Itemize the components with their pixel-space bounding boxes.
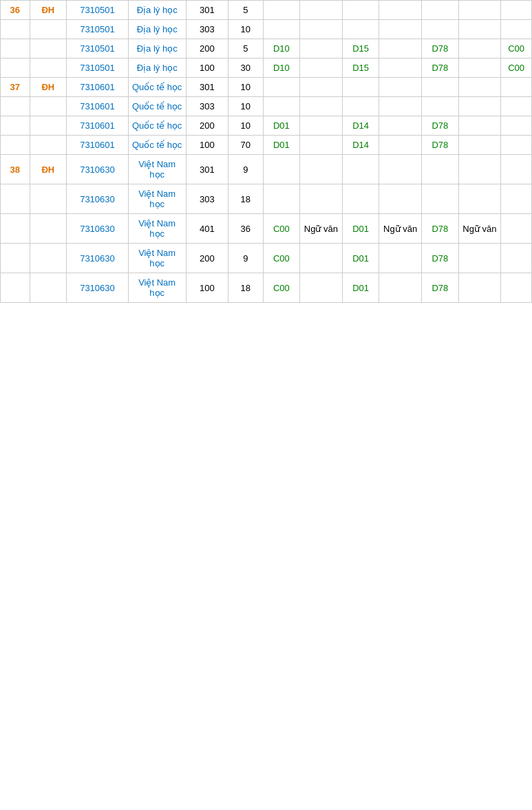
table-cell: Quốc tế học bbox=[128, 116, 186, 136]
table-cell bbox=[458, 244, 501, 273]
table-cell bbox=[300, 39, 343, 58]
table-cell: D78 bbox=[421, 214, 458, 244]
table-cell: 30 bbox=[228, 58, 263, 78]
table-cell bbox=[458, 78, 501, 97]
table-cell: 36 bbox=[1, 1, 30, 20]
table-cell: 301 bbox=[186, 155, 228, 184]
table-cell bbox=[421, 184, 458, 214]
table-cell: 100 bbox=[186, 58, 228, 78]
table-cell bbox=[263, 1, 300, 20]
table-cell bbox=[263, 78, 300, 97]
table-cell bbox=[1, 39, 30, 58]
table-cell bbox=[379, 78, 422, 97]
table-cell bbox=[379, 136, 422, 155]
table-cell bbox=[30, 184, 67, 214]
table-cell bbox=[421, 78, 458, 97]
table-cell: 7310630 bbox=[67, 214, 129, 244]
table-cell bbox=[458, 1, 501, 20]
table-cell bbox=[300, 273, 343, 303]
table-cell bbox=[458, 155, 501, 184]
table-cell: C00 bbox=[501, 39, 532, 58]
table-cell bbox=[501, 244, 532, 273]
table-cell: 7310630 bbox=[67, 155, 129, 184]
table-cell bbox=[379, 116, 422, 136]
table-cell bbox=[342, 155, 379, 184]
table-cell: Ngữ văn bbox=[379, 214, 422, 244]
table-cell bbox=[1, 58, 30, 78]
table-cell: Việt Nam học bbox=[128, 244, 186, 273]
table-cell: 38 bbox=[1, 155, 30, 184]
table-cell: ĐH bbox=[30, 78, 67, 97]
table-cell bbox=[421, 20, 458, 39]
table-cell bbox=[30, 273, 67, 303]
table-cell: C00 bbox=[263, 244, 300, 273]
table-cell bbox=[458, 97, 501, 116]
table-cell bbox=[421, 97, 458, 116]
table-cell: 7310601 bbox=[67, 78, 129, 97]
table-cell: 37 bbox=[1, 78, 30, 97]
table-cell bbox=[1, 20, 30, 39]
table-cell bbox=[458, 58, 501, 78]
table-cell bbox=[379, 244, 422, 273]
table-cell bbox=[501, 136, 532, 155]
table-cell bbox=[300, 78, 343, 97]
table-cell: D15 bbox=[342, 39, 379, 58]
table-cell: Địa lý học bbox=[128, 1, 186, 20]
table-cell: 10 bbox=[228, 97, 263, 116]
table-cell: 7310630 bbox=[67, 244, 129, 273]
table-cell bbox=[1, 97, 30, 116]
table-cell: Quốc tế học bbox=[128, 136, 186, 155]
table-cell bbox=[263, 155, 300, 184]
table-cell: D78 bbox=[421, 58, 458, 78]
table-cell: 7310501 bbox=[67, 39, 129, 58]
table-cell: D10 bbox=[263, 58, 300, 78]
table-cell: 10 bbox=[228, 78, 263, 97]
table-cell bbox=[300, 244, 343, 273]
table-cell bbox=[1, 184, 30, 214]
table-cell bbox=[300, 58, 343, 78]
table-cell: 7310501 bbox=[67, 1, 129, 20]
table-cell bbox=[300, 97, 343, 116]
table-cell: D01 bbox=[342, 214, 379, 244]
table-cell: D14 bbox=[342, 116, 379, 136]
table-cell bbox=[501, 273, 532, 303]
table-cell bbox=[379, 1, 422, 20]
table-cell: D78 bbox=[421, 116, 458, 136]
table-cell bbox=[30, 214, 67, 244]
table-cell bbox=[300, 136, 343, 155]
table-cell: 303 bbox=[186, 20, 228, 39]
table-cell bbox=[501, 78, 532, 97]
table-cell bbox=[342, 78, 379, 97]
table-cell bbox=[300, 1, 343, 20]
table-cell: C00 bbox=[263, 214, 300, 244]
table-cell bbox=[30, 97, 67, 116]
table-cell bbox=[379, 58, 422, 78]
table-cell bbox=[30, 136, 67, 155]
table-cell bbox=[379, 20, 422, 39]
table-cell: 7310630 bbox=[67, 273, 129, 303]
table-cell: Việt Nam học bbox=[128, 273, 186, 303]
table-cell: 7310601 bbox=[67, 136, 129, 155]
table-cell bbox=[263, 97, 300, 116]
table-cell bbox=[501, 214, 532, 244]
table-cell bbox=[1, 273, 30, 303]
table-cell bbox=[501, 97, 532, 116]
table-cell: 7310601 bbox=[67, 97, 129, 116]
table-cell: 301 bbox=[186, 1, 228, 20]
table-cell bbox=[458, 116, 501, 136]
table-cell bbox=[30, 39, 67, 58]
table-cell bbox=[379, 273, 422, 303]
table-cell: ĐH bbox=[30, 1, 67, 20]
table-cell bbox=[501, 155, 532, 184]
table-cell: C00 bbox=[263, 273, 300, 303]
table-cell: 7310501 bbox=[67, 20, 129, 39]
table-cell bbox=[458, 39, 501, 58]
table-cell: D01 bbox=[263, 136, 300, 155]
table-cell: 10 bbox=[228, 20, 263, 39]
table-cell: D78 bbox=[421, 39, 458, 58]
table-cell bbox=[300, 20, 343, 39]
table-cell bbox=[1, 214, 30, 244]
table-cell bbox=[300, 155, 343, 184]
table-cell bbox=[458, 136, 501, 155]
table-cell: D01 bbox=[342, 244, 379, 273]
